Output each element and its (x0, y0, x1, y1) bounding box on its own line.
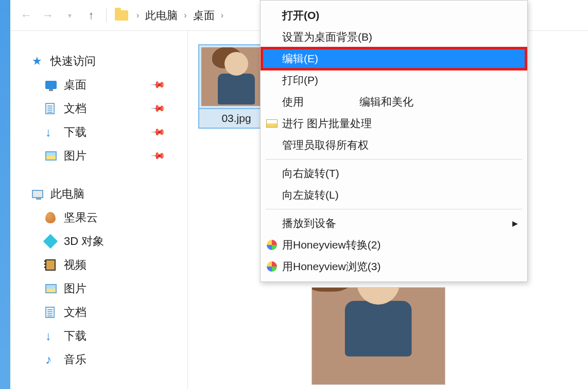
menu-play-to-device[interactable]: 播放到设备 ▶ (262, 213, 526, 234)
context-menu: 打开(O) 设置为桌面背景(B) 编辑(E) 打印(P) 使用 编辑和美化 进行… (260, 0, 528, 282)
sidebar-item-music[interactable]: ♪ 音乐 (32, 348, 178, 372)
menu-honeyview-convert[interactable]: 用Honeyview转换(2) (262, 234, 526, 256)
menu-rotate-left[interactable]: 向左旋转(L) (262, 184, 526, 206)
nav-up-button[interactable]: ↑ (82, 9, 100, 22)
sidebar-item-videos[interactable]: 视频 (32, 253, 178, 277)
menu-open[interactable]: 打开(O) (262, 5, 526, 26)
music-icon: ♪ (45, 352, 64, 367)
sidebar-this-pc: 此电脑 坚果云 3D 对象 视频 图片 (32, 182, 178, 372)
document-icon (45, 307, 64, 318)
honeyview-icon (266, 240, 278, 250)
nav-back-button[interactable]: ← (18, 9, 35, 22)
preview-thumbnail (312, 287, 445, 385)
sidebar-item-label: 坚果云 (64, 210, 98, 225)
pin-icon: 📌 (150, 148, 166, 164)
download-icon: ↓ (45, 329, 64, 343)
sidebar-item-pictures[interactable]: 图片 📌 (32, 144, 178, 168)
sidebar-item-label: 视频 (64, 257, 87, 273)
chevron-right-icon: › (136, 11, 139, 20)
sidebar-item-label: 音乐 (64, 352, 87, 367)
chevron-right-icon: ▶ (512, 219, 518, 227)
desktop-icon (45, 81, 64, 89)
sidebar-item-3d-objects[interactable]: 3D 对象 (32, 229, 178, 253)
cube-icon (45, 236, 64, 246)
menu-rotate-right[interactable]: 向右旋转(T) (262, 163, 526, 184)
pc-icon (32, 190, 50, 198)
sidebar-item-label: 快速访问 (50, 54, 96, 69)
chevron-right-icon: › (184, 11, 186, 20)
pin-icon: 📌 (150, 100, 166, 116)
download-icon: ↓ (45, 125, 64, 139)
menu-separator (266, 159, 522, 160)
menu-admin-ownership[interactable]: 管理员取得所有权 (262, 134, 526, 156)
film-icon (45, 259, 64, 271)
honeyview-icon (266, 261, 278, 272)
menu-set-desktop-background[interactable]: 设置为桌面背景(B) (262, 26, 526, 48)
breadcrumb-item[interactable]: 此电脑 (145, 8, 178, 23)
nut-icon (45, 212, 64, 223)
sidebar-item-label: 下载 (64, 328, 87, 344)
sidebar-item-label: 图片 (64, 148, 87, 164)
pictures-icon (45, 284, 64, 293)
menu-print[interactable]: 打印(P) (262, 69, 526, 91)
sidebar-item-nutcloud[interactable]: 坚果云 (32, 206, 178, 229)
pictures-icon (45, 151, 64, 161)
sidebar-item-pictures-pc[interactable]: 图片 (32, 277, 178, 300)
sidebar-item-label: 此电脑 (50, 186, 84, 202)
menu-separator (266, 209, 522, 209)
pin-icon: 📌 (150, 124, 166, 140)
folder-icon (113, 8, 130, 23)
mail-icon (266, 119, 278, 128)
menu-honeyview-view[interactable]: 用Honeyview浏览(3) (262, 256, 526, 277)
sidebar-item-label: 桌面 (64, 77, 87, 93)
menu-use-edit-beautify[interactable]: 使用 编辑和美化 (262, 91, 526, 113)
sidebar-item-documents-pc[interactable]: 文档 (32, 300, 178, 324)
nav-recent-dropdown[interactable]: ▾ (61, 11, 78, 20)
sidebar-quick-access: ★ 快速访问 桌面 📌 文档 📌 ↓ 下载 📌 (32, 49, 178, 168)
sidebar-item-documents[interactable]: 文档 📌 (32, 97, 178, 120)
sidebar-this-pc-header[interactable]: 此电脑 (32, 182, 178, 206)
document-icon (45, 103, 64, 114)
nav-forward-button[interactable]: → (39, 9, 57, 22)
sidebar-item-label: 文档 (64, 305, 87, 320)
sidebar-item-label: 图片 (64, 281, 87, 296)
sidebar-item-downloads[interactable]: ↓ 下载 📌 (32, 120, 178, 144)
breadcrumb-item[interactable]: 桌面 (193, 8, 215, 23)
sidebar-item-downloads-pc[interactable]: ↓ 下载 (32, 324, 178, 348)
sidebar-quick-access-header[interactable]: ★ 快速访问 (32, 49, 178, 73)
sidebar-item-desktop[interactable]: 桌面 📌 (32, 73, 178, 97)
pin-icon: 📌 (150, 77, 166, 93)
chevron-right-icon: › (221, 11, 223, 20)
sidebar-item-label: 3D 对象 (64, 234, 104, 249)
sidebar-item-label: 文档 (64, 101, 87, 116)
menu-batch-process[interactable]: 进行 图片批量处理 (262, 113, 526, 134)
toolbar-divider (106, 8, 107, 23)
breadcrumb[interactable]: › 此电脑 › 桌面 › (134, 8, 226, 23)
sidebar: ★ 快速访问 桌面 📌 文档 📌 ↓ 下载 📌 (10, 31, 188, 389)
menu-edit[interactable]: 编辑(E) (262, 48, 526, 69)
star-icon: ★ (32, 55, 50, 68)
sidebar-item-label: 下载 (64, 125, 87, 140)
